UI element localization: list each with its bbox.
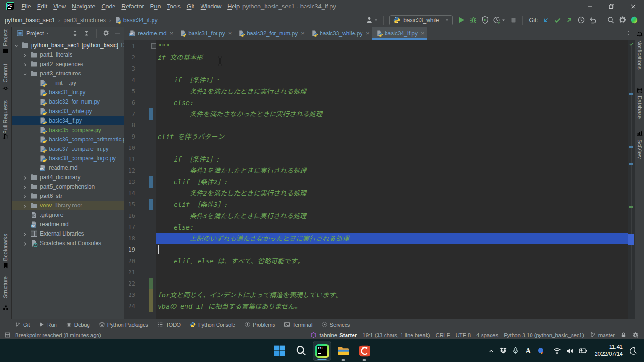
tree-row[interactable]: basic34_if.py	[12, 116, 124, 125]
code-editor[interactable]: 123456789101112131415161718192021222324 …	[124, 40, 635, 319]
git-update-button[interactable]	[541, 15, 551, 25]
toolwindow-run[interactable]: Run	[39, 321, 57, 328]
battery-icon[interactable]	[579, 346, 587, 355]
settings-badge-icon[interactable]	[632, 332, 639, 338]
rollback-button[interactable]	[588, 15, 598, 25]
tree-row[interactable]: part2_sequences	[12, 59, 124, 69]
toolwindow-services[interactable]: Services	[322, 321, 350, 328]
toolwindow-git[interactable]: Git	[15, 321, 30, 328]
chevron-right-icon[interactable]	[22, 61, 28, 67]
menu-view[interactable]: View	[50, 0, 69, 13]
tab-readme.md[interactable]: readme.md×	[126, 27, 176, 40]
tree-row[interactable]: basic32_for_num.py	[12, 97, 124, 107]
lock-icon[interactable]	[620, 332, 627, 338]
stripe-database[interactable]: Database	[637, 96, 643, 119]
night-mode-moon-icon[interactable]	[629, 347, 637, 355]
stop-button[interactable]	[509, 16, 518, 25]
menu-git[interactable]: Git	[184, 0, 197, 13]
fold-collapse-icon[interactable]	[151, 43, 156, 49]
menu-navigate[interactable]: Navigate	[69, 0, 98, 13]
scrollbar-thumb[interactable]	[631, 45, 632, 290]
tree-row[interactable]: basic35_compare.py	[12, 125, 124, 135]
tray-chevron-up-icon[interactable]	[488, 347, 495, 354]
tree-row[interactable]: readme.md	[12, 163, 124, 173]
stripe-structure[interactable]: Structure	[2, 276, 8, 298]
taskbar-pycharm[interactable]: PC	[313, 341, 331, 361]
tree-row[interactable]: basic33_while.py	[12, 107, 124, 116]
tree-row[interactable]: readme.md	[12, 220, 124, 229]
history-button[interactable]	[576, 15, 586, 25]
encoding-widget[interactable]: UTF-8	[456, 332, 471, 338]
run-button[interactable]	[457, 15, 467, 25]
tree-row[interactable]: venvlibrary root	[12, 201, 124, 210]
tree-row[interactable]: __init__.py	[12, 78, 124, 88]
run-configuration-select[interactable]: basic33_while	[389, 15, 452, 25]
menu-help[interactable]: Help	[225, 0, 243, 13]
stripe-sciview[interactable]: SciView	[637, 140, 643, 159]
stripe-commit[interactable]: Commit	[2, 64, 8, 82]
close-button[interactable]	[622, 0, 644, 13]
caret-position-widget[interactable]: 19:1 (33 chars, 1 line break)	[362, 332, 430, 338]
taskbar-explorer[interactable]	[334, 341, 353, 361]
tree-row[interactable]: basic36_compare_arithmetic.py	[12, 135, 124, 144]
minimize-button[interactable]	[579, 0, 601, 13]
stripe-bookmarks[interactable]: Bookmarks	[2, 234, 8, 261]
search-everywhere-button[interactable]	[606, 15, 616, 25]
plugin-ball-button[interactable]	[629, 15, 639, 25]
toolwindow-todo[interactable]: TODO	[157, 321, 181, 328]
collapse-all-button[interactable]	[83, 30, 90, 37]
chevron-right-icon[interactable]	[22, 174, 28, 181]
chevron-right-icon[interactable]	[22, 203, 28, 209]
profiler-button[interactable]	[492, 15, 507, 25]
taskbar-search[interactable]	[291, 341, 310, 361]
menu-edit[interactable]: Edit	[34, 0, 50, 13]
taskbar-start[interactable]	[270, 341, 289, 361]
interpreter-widget[interactable]: Python 3.10 (python_basic_sec1)	[504, 332, 584, 338]
git-push-button[interactable]	[564, 15, 574, 25]
menu-tools[interactable]: Tools	[164, 0, 184, 13]
stripe-pull-requests[interactable]: Pull Requests	[2, 100, 8, 134]
toolwindow-problems[interactable]: Problems	[244, 321, 275, 328]
debug-button[interactable]	[468, 15, 478, 25]
project-view-selector[interactable]: Project	[26, 30, 44, 37]
line-separator-widget[interactable]: CRLF	[435, 332, 450, 338]
toolwindow-python-packages[interactable]: Python Packages	[99, 321, 148, 328]
breadcrumb-package[interactable]: part3_structures	[64, 17, 106, 24]
tab-basic31_for.py[interactable]: basic31_for.py×	[176, 27, 234, 40]
toolwindow-terminal[interactable]: Terminal	[284, 321, 312, 328]
tab-close-icon[interactable]: ×	[228, 31, 232, 36]
tab-basic33_while.py[interactable]: basic33_while.py×	[307, 27, 372, 40]
menu-code[interactable]: Code	[98, 0, 119, 13]
tree-row[interactable]: part5_comprehension	[12, 182, 124, 191]
tree-row[interactable]: External Libraries	[12, 229, 124, 239]
tab-basic32_for_num.py[interactable]: basic32_for_num.py×	[234, 27, 307, 40]
tree-row[interactable]: basic37_compare_in.py	[12, 144, 124, 154]
tab-close-icon[interactable]: ×	[366, 31, 370, 36]
indent-widget[interactable]: 4 spaces	[476, 332, 498, 338]
chevron-right-icon[interactable]	[22, 240, 28, 247]
tree-row[interactable]: part3_structures	[12, 69, 124, 78]
dropbox-icon[interactable]	[499, 347, 507, 354]
git-branch-widget[interactable]: master	[590, 332, 615, 338]
user-account-button[interactable]	[364, 15, 379, 25]
toolwindow-debug[interactable]: Debug	[66, 321, 90, 328]
toolwindow-python-console[interactable]: Python Console	[190, 321, 235, 328]
taskbar-camtasia[interactable]	[355, 341, 374, 361]
tree-row[interactable]: .gitignore	[12, 210, 124, 220]
tab-close-icon[interactable]: ×	[170, 31, 174, 36]
tree-row[interactable]: basic38_compare_logic.py	[12, 154, 124, 163]
menu-file[interactable]: File	[18, 0, 34, 13]
taskbar-clock[interactable]: 11:41 2022/07/14	[595, 344, 623, 358]
stripe-notifications[interactable]: Notifications	[637, 40, 643, 70]
chevron-down-icon[interactable]	[22, 71, 28, 77]
tree-row[interactable]: basic31_for.py	[12, 88, 124, 97]
tab-close-icon[interactable]: ×	[421, 31, 425, 36]
hide-panel-button[interactable]	[114, 30, 121, 37]
breadcrumb-project[interactable]: python_basic_sec1	[5, 17, 55, 24]
chevron-right-icon[interactable]	[22, 184, 28, 190]
tool-windows-icon[interactable]	[4, 332, 11, 338]
menu-run[interactable]: Run	[147, 0, 164, 13]
git-commit-button[interactable]	[553, 15, 563, 25]
panel-settings-button[interactable]	[103, 30, 110, 37]
coverage-button[interactable]	[480, 15, 490, 25]
